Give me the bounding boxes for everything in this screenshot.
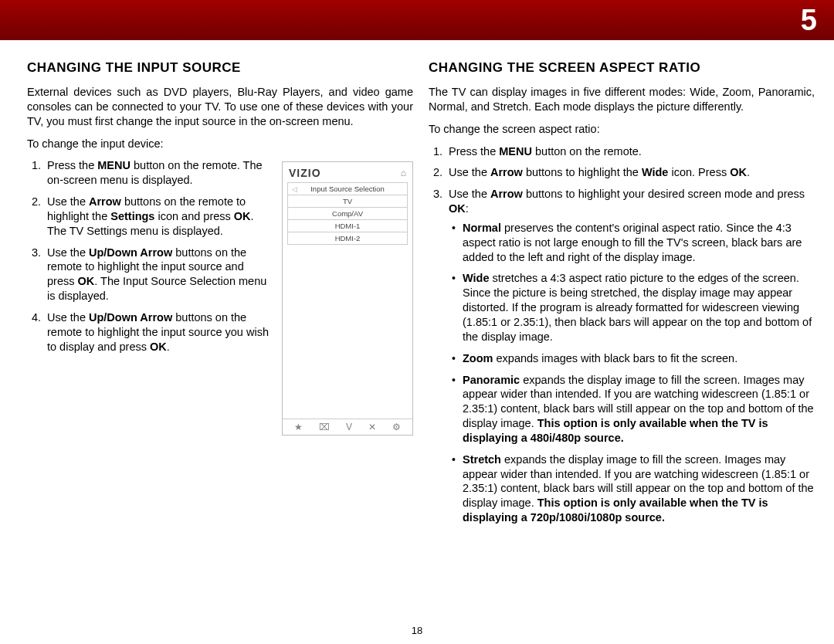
r-step-2: Use the Arrow buttons to highlight the W… xyxy=(446,165,815,180)
step-4: Use the Up/Down Arrow buttons on the rem… xyxy=(44,310,271,354)
left-column: CHANGING THE INPUT SOURCE External devic… xyxy=(27,56,413,534)
mode-normal: Normal preserves the content's original … xyxy=(463,221,815,265)
back-triangle-icon: ◁ xyxy=(292,185,297,193)
mode-zoom: Zoom expands images with black bars to f… xyxy=(463,351,815,366)
star-icon: ★ xyxy=(294,422,303,432)
ss-item: HDMI-2 xyxy=(287,232,408,245)
ss-menu-title: Input Source Selection xyxy=(310,185,385,193)
close-icon: ✕ xyxy=(368,422,376,432)
chapter-bar: 5 xyxy=(0,0,834,40)
right-lead: To change the screen aspect ratio: xyxy=(429,122,815,137)
v-icon: V xyxy=(346,422,352,432)
right-intro: The TV can display images in five differ… xyxy=(429,85,815,114)
vizio-logo: VIZIO xyxy=(289,167,321,179)
mode-wide: Wide stretches a 4:3 aspect ratio pictur… xyxy=(463,271,815,344)
left-steps-list: Press the MENU button on the remote. The… xyxy=(27,158,271,354)
left-intro: External devices such as DVD players, Bl… xyxy=(27,85,413,129)
chapter-number: 5 xyxy=(801,4,817,37)
right-steps-list: Press the MENU button on the remote. Use… xyxy=(429,144,815,525)
left-steps-and-shot: Press the MENU button on the remote. The… xyxy=(27,158,413,436)
r-step-3: Use the Arrow buttons to highlight your … xyxy=(446,187,815,525)
page-content: CHANGING THE INPUT SOURCE External devic… xyxy=(0,40,834,542)
r-step-1: Press the MENU button on the remote. xyxy=(446,144,815,159)
tv-menu-screenshot: VIZIO ⌂ ◁ Input Source Selection TV Comp… xyxy=(282,161,413,436)
ss-menu: ◁ Input Source Selection TV Comp/AV HDMI… xyxy=(287,182,408,245)
rect-icon: ⌧ xyxy=(319,422,330,432)
left-lead: To change the input device: xyxy=(27,137,413,151)
left-heading: CHANGING THE INPUT SOURCE xyxy=(27,60,413,76)
aspect-mode-list: Normal preserves the content's original … xyxy=(449,221,815,525)
step-3: Use the Up/Down Arrow buttons on the rem… xyxy=(44,246,271,303)
ss-menu-title-row: ◁ Input Source Selection xyxy=(287,182,408,195)
right-column: CHANGING THE SCREEN ASPECT RATIO The TV … xyxy=(429,56,815,534)
step-2: Use the Arrow buttons on the remote to h… xyxy=(44,195,271,239)
page-number: 18 xyxy=(0,625,834,636)
ss-item: Comp/AV xyxy=(287,207,408,219)
ss-header: VIZIO ⌂ xyxy=(283,162,412,182)
right-heading: CHANGING THE SCREEN ASPECT RATIO xyxy=(429,60,815,76)
ss-item: HDMI-1 xyxy=(287,219,408,232)
left-steps-text: Press the MENU button on the remote. The… xyxy=(27,158,271,436)
mode-panoramic: Panoramic expands the display image to f… xyxy=(463,373,815,446)
mode-stretch: Stretch expands the display image to fil… xyxy=(463,452,815,525)
step-1: Press the MENU button on the remote. The… xyxy=(44,158,271,188)
ss-item: TV xyxy=(287,195,408,207)
ss-footer: ★ ⌧ V ✕ ⚙ xyxy=(283,419,412,435)
home-icon: ⌂ xyxy=(401,168,406,178)
gear-icon: ⚙ xyxy=(392,422,401,432)
